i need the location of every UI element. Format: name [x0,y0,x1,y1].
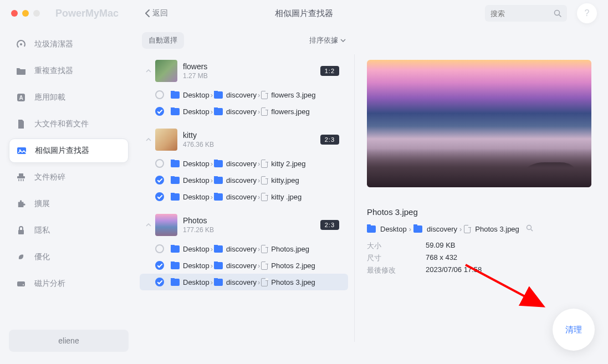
sidebar-item-duplicate[interactable]: 重複查找器 [9,59,129,83]
file-row[interactable]: Desktop › discovery › Photos.jpeg [140,240,348,257]
meta-row: 最後修改2023/07/06 17:58 [367,265,591,275]
meta-value: 2023/07/06 17:58 [426,265,482,275]
group-header[interactable]: Photos 177.26 KB 2:3 [140,209,348,240]
file-row[interactable]: Desktop › discovery › kitty .jpeg [140,188,348,205]
file-checkbox[interactable] [155,261,164,270]
sort-dropdown[interactable]: 排序依據 [309,35,346,45]
sidebar-item-label: 磁片分析 [34,279,65,289]
preview-filename: Photos 3.jpeg [367,207,591,217]
clean-button[interactable]: 清理 [553,309,595,351]
selection-badge: 2:3 [320,135,339,145]
sidebar-item-label: 文件粉碎 [34,172,65,182]
file-icon [261,107,268,116]
sidebar-item-uninstaller[interactable]: A 應用卸載 [9,85,129,110]
group-header[interactable]: flowers 1.27 MB 1:2 [140,55,348,86]
folder-icon [171,177,180,184]
sidebar-item-shredder[interactable]: 文件粉碎 [9,165,129,189]
file-icon [261,278,268,286]
file-icon [261,245,268,253]
folder-icon [214,245,223,253]
sidebar-item-disk[interactable]: 磁片分析 [9,271,129,296]
file-row[interactable]: Desktop › discovery › kitty.jpeg [140,172,348,188]
svg-rect-12 [19,173,23,176]
file-icon [261,91,268,99]
sidebar-item-label: 大文件和舊文件 [34,119,89,129]
meta-label: 尺寸 [367,253,426,263]
file-row[interactable]: Desktop › discovery › Photos 3.jpeg [140,274,348,290]
sidebar-item-junk[interactable]: 垃圾清潔器 [9,32,129,57]
lock-icon [16,225,27,236]
rocket-icon [16,252,27,263]
sidebar-item-privacy[interactable]: 隱私 [9,218,129,243]
file-checkbox[interactable] [155,90,164,99]
sidebar-item-extensions[interactable]: 擴展 [9,192,129,216]
svg-point-0 [555,11,560,16]
folder-icon [171,160,180,167]
title-bar: PowerMyMac 返回 相似圖片查找器 ? [0,0,608,27]
file-checkbox[interactable] [155,107,164,116]
file-row[interactable]: Desktop › discovery › kitty 2.jpeg [140,155,348,172]
collapse-icon[interactable] [142,138,155,141]
svg-text:A: A [19,95,23,101]
maximize-window[interactable] [33,10,40,17]
file-row[interactable]: Desktop › discovery › Photos 2.jpeg [140,257,348,274]
group-size: 476.36 KB [183,141,320,148]
folder-icon [214,279,223,286]
minimize-window[interactable] [22,10,29,17]
file-row[interactable]: Desktop › discovery › flowers.jpeg [140,103,348,120]
sidebar-item-label: 相似圖片查找器 [35,146,89,156]
folder-icon [171,245,180,253]
meta-label: 大小 [367,241,426,251]
svg-rect-13 [18,230,24,234]
file-checkbox[interactable] [155,192,164,201]
back-label: 返回 [152,8,168,18]
file-icon [464,225,471,233]
help-button[interactable]: ? [577,3,597,23]
auto-select-button[interactable]: 自動選擇 [142,32,184,49]
folder-icon [214,91,223,99]
group-header[interactable]: kitty 476.36 KB 2:3 [140,124,348,155]
app-icon: A [16,92,27,103]
folder-icon [214,160,223,167]
meta-row: 大小59.09 KB [367,241,591,251]
file-path: Desktop › discovery › flowers 3.jpeg [171,91,316,99]
page-title: 相似圖片查找器 [275,8,333,19]
folder-icon [171,91,180,99]
meta-value: 768 x 432 [426,253,457,263]
file-checkbox[interactable] [155,159,164,168]
collapse-icon[interactable] [142,69,155,73]
file-checkbox[interactable] [155,278,164,286]
search-input[interactable] [491,9,554,18]
puzzle-icon [16,198,27,209]
sidebar-item-label: 重複查找器 [34,66,73,76]
group-thumbnail [155,129,177,151]
sidebar-item-similar-images[interactable]: 相似圖片查找器 [9,139,129,163]
folder-icon [171,108,180,115]
shredder-icon [16,172,27,183]
app-name: PowerMyMac [55,8,119,19]
window-controls [11,10,40,17]
meta-label: 最後修改 [367,265,426,275]
file-checkbox[interactable] [155,176,164,184]
file-path: Desktop › discovery › kitty .jpeg [171,193,302,201]
magnify-icon[interactable] [526,224,533,233]
folder-icon [367,225,376,233]
svg-rect-8 [17,176,25,178]
file-checkbox[interactable] [155,244,164,253]
sidebar-item-large-old[interactable]: 大文件和舊文件 [9,112,129,136]
close-window[interactable] [11,10,18,17]
collapse-icon[interactable] [142,223,155,227]
user-pill[interactable]: eliene [9,330,129,352]
back-button[interactable]: 返回 [145,8,168,18]
sidebar-item-label: 垃圾清潔器 [34,39,73,49]
search-box[interactable] [485,5,567,22]
file-icon [261,176,268,184]
sidebar-item-optimize[interactable]: 優化 [9,245,129,269]
meta-value: 59.09 KB [426,241,456,251]
folder-icon [413,225,422,233]
preview-path: Desktop › discovery › Photos 3.jpeg [367,224,591,233]
svg-point-16 [527,225,531,230]
file-row[interactable]: Desktop › discovery › flowers 3.jpeg [140,86,348,103]
folder-icon [171,262,180,269]
sidebar-item-label: 應用卸載 [34,93,65,102]
